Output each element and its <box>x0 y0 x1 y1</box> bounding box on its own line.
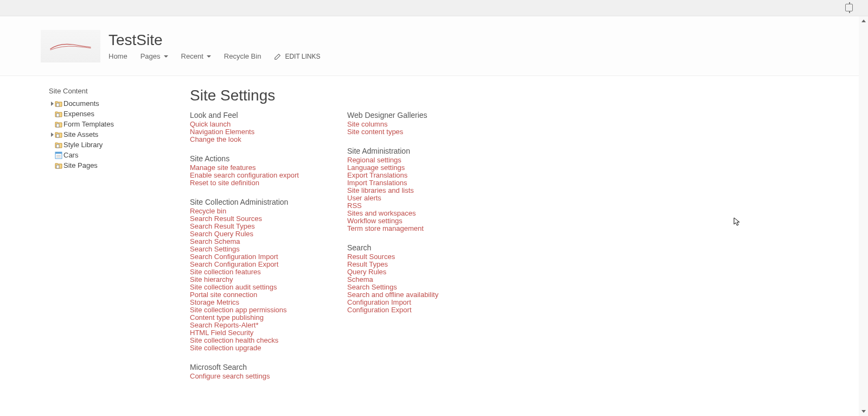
pencil-icon <box>274 53 282 60</box>
settings-link[interactable]: Search Settings <box>347 283 483 291</box>
tree-item-label: Expenses <box>63 110 94 118</box>
settings-link[interactable]: Search Reports-Alert* <box>190 322 326 329</box>
site-title[interactable]: TestSite <box>108 31 321 49</box>
settings-col-b: Web Designer GalleriesSite columnsSite c… <box>347 111 483 391</box>
settings-link[interactable]: Change the look <box>190 136 326 143</box>
doclib-icon <box>55 110 62 118</box>
tree-item-style-library[interactable]: Style Library <box>49 140 174 150</box>
settings-link[interactable]: Recycle bin <box>190 207 326 215</box>
edit-links-button[interactable]: EDIT LINKS <box>274 53 320 60</box>
tree-item-cars[interactable]: Cars <box>49 150 174 160</box>
settings-link[interactable]: Quick launch <box>190 121 326 128</box>
tree-item-form-templates[interactable]: Form Templates <box>49 119 174 129</box>
settings-link[interactable]: Result Types <box>347 261 483 268</box>
settings-link[interactable]: Site collection app permissions <box>190 306 326 314</box>
settings-link[interactable]: User alerts <box>347 194 483 202</box>
settings-link[interactable]: Query Rules <box>347 268 483 276</box>
nav-home[interactable]: Home <box>108 52 127 60</box>
settings-link[interactable]: Configuration Import <box>347 299 483 306</box>
page-title: Site Settings <box>190 87 868 104</box>
settings-link[interactable]: Content type publishing <box>190 314 326 322</box>
tree-item-documents[interactable]: Documents <box>49 98 174 109</box>
scroll-up-icon[interactable] <box>859 16 868 26</box>
tree-item-site-pages[interactable]: Site Pages <box>49 160 174 171</box>
settings-link[interactable]: Regional settings <box>347 156 483 164</box>
settings-link[interactable]: Search Settings <box>190 245 326 253</box>
category-header: Site Administration <box>347 147 483 155</box>
settings-link[interactable]: Schema <box>347 276 483 283</box>
svg-rect-6 <box>55 152 62 154</box>
settings-col-a: Look and FeelQuick launchNavigation Elem… <box>190 111 326 391</box>
settings-link[interactable]: Navigation Elements <box>190 128 326 136</box>
doclib-icon <box>55 141 62 149</box>
settings-category: Site Collection AdministrationRecycle bi… <box>190 198 326 352</box>
doclib-icon <box>55 162 62 169</box>
tree-expander-icon[interactable] <box>51 133 54 137</box>
category-header: Site Collection Administration <box>190 198 326 206</box>
settings-link[interactable]: Search Result Types <box>190 223 326 230</box>
tree-item-label: Cars <box>63 151 78 159</box>
doclib-icon <box>55 100 62 108</box>
settings-link[interactable]: Search Query Rules <box>190 230 326 238</box>
settings-link[interactable]: Search Schema <box>190 238 326 245</box>
tree-item-label: Site Assets <box>63 130 98 138</box>
main-content: Site Settings Look and FeelQuick launchN… <box>174 87 868 391</box>
left-nav: Site Content DocumentsExpensesForm Templ… <box>49 87 174 391</box>
nav-label: Recycle Bin <box>224 52 261 60</box>
tree-item-expenses[interactable]: Expenses <box>49 109 174 119</box>
category-header: Web Designer Galleries <box>347 111 483 119</box>
edit-links-label: EDIT LINKS <box>285 53 320 60</box>
settings-link[interactable]: Import Translations <box>347 179 483 187</box>
settings-link[interactable]: Language settings <box>347 164 483 172</box>
doclib-icon <box>55 131 62 138</box>
svg-rect-9 <box>56 165 59 168</box>
settings-link[interactable]: Portal site connection <box>190 291 326 299</box>
nav-recent[interactable]: Recent <box>181 52 211 60</box>
settings-category: Microsoft SearchConfigure search setting… <box>190 363 326 380</box>
settings-link[interactable]: Search Result Sources <box>190 215 326 223</box>
focus-on-content-icon[interactable] <box>845 4 853 11</box>
tree-item-label: Style Library <box>63 141 103 149</box>
settings-link[interactable]: RSS <box>347 202 483 210</box>
tree-item-site-assets[interactable]: Site Assets <box>49 129 174 140</box>
settings-link[interactable]: Search Configuration Import <box>190 253 326 261</box>
settings-link[interactable]: Enable search configuration export <box>190 172 326 179</box>
settings-link[interactable]: Site collection upgrade <box>190 344 326 352</box>
settings-link[interactable]: Storage Metrics <box>190 299 326 306</box>
tree-expander-icon[interactable] <box>51 102 54 106</box>
settings-link[interactable]: Site collection health checks <box>190 337 326 344</box>
settings-link[interactable]: Term store management <box>347 225 483 232</box>
settings-category: Web Designer GalleriesSite columnsSite c… <box>347 111 483 136</box>
settings-link[interactable]: Workflow settings <box>347 217 483 225</box>
doclib-icon <box>55 121 62 128</box>
settings-link[interactable]: Site libraries and lists <box>347 187 483 194</box>
settings-link[interactable]: Reset to site definition <box>190 179 326 187</box>
settings-link[interactable]: Search and offline availability <box>347 291 483 299</box>
category-header: Search <box>347 243 483 252</box>
vertical-scrollbar[interactable] <box>859 16 868 416</box>
settings-link[interactable]: HTML Field Security <box>190 329 326 337</box>
settings-link[interactable]: Configure search settings <box>190 373 326 380</box>
settings-link[interactable]: Site content types <box>347 128 483 136</box>
settings-link[interactable]: Manage site features <box>190 164 326 172</box>
tree-item-label: Site Pages <box>63 161 98 169</box>
settings-link[interactable]: Export Translations <box>347 172 483 179</box>
settings-link[interactable]: Site hierarchy <box>190 276 326 283</box>
nav-pages[interactable]: Pages <box>141 52 168 60</box>
site-header: TestSite Home Pages Recent Recycle Bin E… <box>0 16 868 76</box>
settings-link[interactable]: Site collection audit settings <box>190 283 326 291</box>
settings-link[interactable]: Search Configuration Export <box>190 261 326 268</box>
scroll-down-icon[interactable] <box>859 407 868 416</box>
settings-link[interactable]: Site collection features <box>190 268 326 276</box>
chevron-down-icon <box>164 55 168 58</box>
site-logo[interactable] <box>41 30 100 62</box>
nav-label: Pages <box>141 52 161 60</box>
nav-recycle-bin[interactable]: Recycle Bin <box>224 52 261 60</box>
category-header: Look and Feel <box>190 111 326 119</box>
settings-link[interactable]: Site columns <box>347 121 483 128</box>
settings-link[interactable]: Sites and workspaces <box>347 210 483 217</box>
settings-link[interactable]: Configuration Export <box>347 306 483 314</box>
category-header: Microsoft Search <box>190 363 326 371</box>
settings-category: SearchResult SourcesResult TypesQuery Ru… <box>347 243 483 314</box>
settings-link[interactable]: Result Sources <box>347 253 483 261</box>
